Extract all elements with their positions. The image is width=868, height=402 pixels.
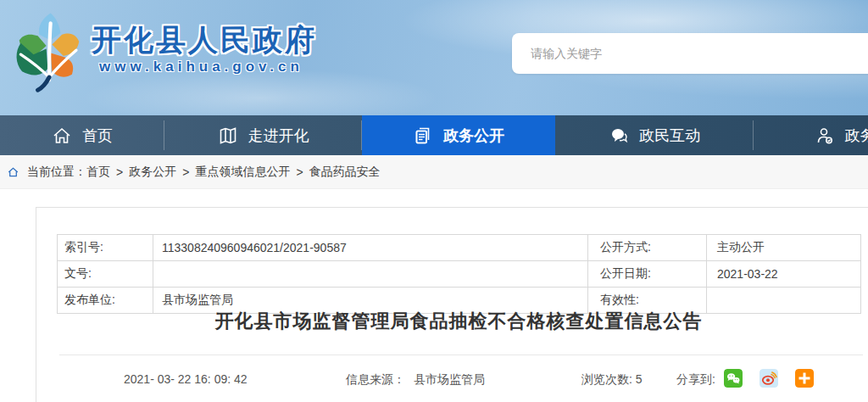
breadcrumb-separator: > <box>182 165 189 179</box>
index-number-value: 113308240960946021/2021-90587 <box>153 235 588 261</box>
content-card: 索引号: 113308240960946021/2021-90587 公开方式:… <box>36 207 868 402</box>
disclosure-method-label: 公开方式: <box>588 235 707 261</box>
nav-item-about[interactable]: 走进开化 <box>164 115 362 155</box>
home-icon <box>52 126 72 146</box>
nav-item-gov-services[interactable]: 政务服务 <box>754 115 868 155</box>
breadcrumb: 当前位置： 首页 > 政务公开 > 重点领域信息公开 > 食品药品安全 <box>0 155 868 189</box>
site-url: www.kaihua.gov.cn <box>99 59 303 75</box>
breadcrumb-item-key-areas[interactable]: 重点领域信息公开 <box>195 165 290 180</box>
table-row: 文号: 公开日期: 2021-03-22 <box>58 261 861 288</box>
disclosure-date-label: 公开日期: <box>588 261 707 288</box>
nav-item-label: 走进开化 <box>248 126 309 146</box>
doc-number-label: 文号: <box>58 261 153 288</box>
nav-item-label: 政务服务 <box>845 126 868 146</box>
breadcrumb-item-food-drug-safety[interactable]: 食品药品安全 <box>309 165 381 180</box>
article-title: 开化县市场监督管理局食品抽检不合格核查处置信息公告 <box>57 309 860 334</box>
site-title: 开化县人民政府 <box>92 20 317 60</box>
breadcrumb-label: 当前位置： <box>27 165 86 180</box>
publish-time: 2021- 03- 22 16: 09: 42 <box>124 371 248 388</box>
breadcrumb-item-gov-disclosure[interactable]: 政务公开 <box>129 165 176 180</box>
share-label: 分享到: <box>676 371 715 388</box>
article-meta-row: 2021- 03- 22 16: 09: 42 信息来源： 县市场监管局 浏览次… <box>36 366 863 391</box>
nav-item-label: 政民互动 <box>639 126 700 146</box>
search-box <box>512 33 868 74</box>
breadcrumb-home-icon <box>7 166 19 178</box>
search-input[interactable] <box>512 33 868 74</box>
page: 开化县人民政府 www.kaihua.gov.cn 首页 走进开化 <box>0 0 868 402</box>
source-label: 信息来源： <box>346 371 405 388</box>
table-row: 索引号: 113308240960946021/2021-90587 公开方式:… <box>58 235 861 261</box>
breadcrumb-item-home[interactable]: 首页 <box>86 165 110 180</box>
source-value: 县市场监管局 <box>414 371 485 388</box>
chat-icon <box>609 126 629 146</box>
map-icon <box>218 126 238 146</box>
doc-number-value <box>153 261 588 288</box>
user-check-icon <box>815 126 835 146</box>
nav-item-label: 政务公开 <box>443 126 504 146</box>
nav-item-home[interactable]: 首页 <box>0 115 164 155</box>
breadcrumb-separator: > <box>296 165 303 179</box>
nav-item-label: 首页 <box>82 126 113 146</box>
title-divider <box>59 355 863 355</box>
weibo-share-icon[interactable] <box>760 369 778 388</box>
main-nav: 首页 走进开化 政务公开 政民互动 <box>0 115 868 155</box>
more-share-icon[interactable] <box>795 369 814 388</box>
document-icon <box>413 126 433 146</box>
index-number-label: 索引号: <box>58 235 153 261</box>
wechat-share-icon[interactable] <box>724 369 743 388</box>
nav-item-gov-disclosure[interactable]: 政务公开 <box>362 115 555 155</box>
nav-item-interaction[interactable]: 政民互动 <box>555 115 754 155</box>
disclosure-method-value: 主动公开 <box>707 235 861 261</box>
breadcrumb-separator: > <box>116 165 123 179</box>
header-banner: 开化县人民政府 www.kaihua.gov.cn <box>0 0 868 115</box>
doc-info-table: 索引号: 113308240960946021/2021-90587 公开方式:… <box>57 234 861 314</box>
share-icons <box>724 369 814 388</box>
view-count: 浏览次数: 5 <box>581 371 643 388</box>
site-logo-icon <box>14 8 85 93</box>
disclosure-date-value: 2021-03-22 <box>707 261 861 288</box>
